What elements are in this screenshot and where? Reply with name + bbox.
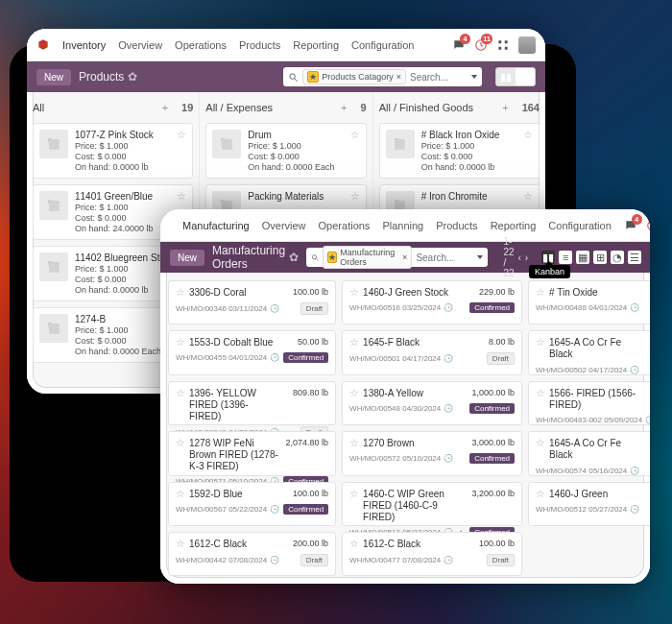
menu-planning[interactable]: Planning xyxy=(382,220,423,231)
next-page-button[interactable]: › xyxy=(525,252,528,263)
mo-card[interactable]: ☆1460-J Green Stock 229.00 lb WH/MO/0051… xyxy=(342,280,522,324)
chat-icon[interactable]: 4 xyxy=(452,38,466,52)
gear-icon[interactable]: ✿ xyxy=(128,70,137,84)
clock-icon: 🕒 xyxy=(270,304,279,313)
list-view-button[interactable]: ≡ xyxy=(559,251,572,264)
star-icon[interactable]: ☆ xyxy=(349,388,359,398)
mo-card[interactable]: ☆# Tin Oxide 100.00 lb WH/MO/00488 04/01… xyxy=(528,280,650,324)
menu-configuration[interactable]: Configuration xyxy=(351,39,414,51)
product-card[interactable]: 1077-Z Pink Stock Price: $ 1.000 Cost: $… xyxy=(33,123,193,179)
list-view-button[interactable]: ≡ xyxy=(516,68,535,85)
chip-x-icon[interactable]: × xyxy=(402,252,407,262)
svg-point-7 xyxy=(312,254,316,258)
star-icon[interactable]: ☆ xyxy=(177,129,186,141)
star-icon[interactable]: ☆ xyxy=(349,337,359,348)
add-card-button[interactable]: + xyxy=(502,102,508,113)
gear-icon[interactable]: ✿ xyxy=(289,251,299,264)
star-icon[interactable]: ☆ xyxy=(536,388,545,398)
user-avatar[interactable] xyxy=(518,36,536,54)
star-icon[interactable]: ☆ xyxy=(176,489,185,499)
mo-card[interactable]: ☆1612-C Black 200.00 lb WH/MO/00442 07/0… xyxy=(168,532,336,576)
kanban-view-button[interactable]: ▮▮ xyxy=(496,68,516,85)
star-icon[interactable]: ☆ xyxy=(350,190,360,203)
status-badge: Confirmed xyxy=(469,302,515,313)
star-icon[interactable]: ☆ xyxy=(536,489,545,499)
star-icon[interactable]: ☆ xyxy=(176,539,185,549)
product-card[interactable]: # Black Iron Oxide Price: $ 1.000 Cost: … xyxy=(379,123,540,179)
star-icon[interactable]: ☆ xyxy=(349,489,359,499)
star-icon[interactable]: ☆ xyxy=(176,287,185,298)
star-icon[interactable]: ☆ xyxy=(536,287,545,298)
activity-icon[interactable]: 11 xyxy=(474,38,488,52)
product-cost: Cost: $ 0.000 xyxy=(75,213,154,223)
add-card-button[interactable]: + xyxy=(341,102,347,113)
chip-x-icon[interactable]: × xyxy=(396,72,401,82)
chat-icon[interactable]: 4 xyxy=(624,219,637,232)
mo-card[interactable]: ☆1460-J Green 4,000.00 lb WH/MO/00512 05… xyxy=(528,482,650,527)
column-title[interactable]: All / Expenses xyxy=(205,102,273,113)
search-input[interactable] xyxy=(410,72,468,83)
calendar-view-button[interactable]: ▦ xyxy=(576,251,589,264)
mo-card[interactable]: ☆1396- YELLOW FIRED (1396- FIRED) 809.80… xyxy=(168,381,336,426)
mo-card[interactable]: ☆1553-D Cobalt Blue 50.00 lb WH/MO/00455… xyxy=(168,330,336,375)
menu-configuration[interactable]: Configuration xyxy=(548,220,611,231)
menu-operations[interactable]: Operations xyxy=(175,39,227,51)
product-card[interactable]: Drum Price: $ 1.000 Cost: $ 0.000 On han… xyxy=(205,123,366,179)
star-icon[interactable]: ☆ xyxy=(536,337,545,348)
mo-card[interactable]: ☆1612-C Black 100.00 lb WH/MO/00477 07/0… xyxy=(342,532,522,576)
star-icon[interactable]: ☆ xyxy=(349,438,359,448)
mo-card[interactable]: ☆1460-C WIP Green FIRED (1460-C-9 FIRED)… xyxy=(342,482,522,527)
mo-reference: WH/MO/00483-002 05/09/2024 xyxy=(536,416,642,424)
star-icon[interactable]: ☆ xyxy=(177,190,186,203)
mo-name: 1460-C WIP Green FIRED (1460-C-9 FIRED) xyxy=(363,489,454,523)
star-icon[interactable]: ☆ xyxy=(350,129,360,141)
mo-card[interactable]: ☆1278 WIP FeNi Brown FIRED (1278- K-3 FI… xyxy=(168,431,336,476)
filter-chip[interactable]: ★ Products Catagory × xyxy=(302,69,406,84)
new-button[interactable]: New xyxy=(36,69,71,85)
pivot-view-button[interactable]: ⊞ xyxy=(593,251,607,264)
menu-operations[interactable]: Operations xyxy=(319,220,371,231)
add-card-button[interactable]: + xyxy=(162,102,168,113)
star-icon[interactable]: ☆ xyxy=(523,129,533,141)
mo-card[interactable]: ☆3306-D Coral 100.00 lb WH/MO/00346 03/1… xyxy=(168,280,336,324)
mo-card[interactable]: ☆1645-A Co Cr Fe Black 15.00 lb WH/MO/00… xyxy=(528,330,650,375)
menu-products[interactable]: Products xyxy=(239,39,280,51)
star-icon[interactable]: ☆ xyxy=(176,337,185,348)
apps-icon[interactable] xyxy=(496,38,510,52)
prev-page-button[interactable]: ‹ xyxy=(518,252,521,263)
activity-view-button[interactable]: ☰ xyxy=(628,251,641,264)
mo-reference: WH/MO/00574 05/16/2024 xyxy=(536,467,627,475)
mo-card[interactable]: ☆1645-A Co Cr Fe Black 1,000.00 lb WH/MO… xyxy=(528,431,650,476)
chevron-down-icon[interactable] xyxy=(477,255,483,259)
star-icon[interactable]: ☆ xyxy=(176,388,185,398)
column-title[interactable]: All xyxy=(33,102,44,113)
graph-view-button[interactable]: ◔ xyxy=(611,251,624,264)
menu-overview[interactable]: Overview xyxy=(118,39,162,51)
mfg-menu: Overview Operations Planning Products Re… xyxy=(262,220,612,231)
inventory-app-name: Inventory xyxy=(62,39,106,51)
filter-chip[interactable]: ★ Manufacturing Orders × xyxy=(323,246,412,269)
mo-card[interactable]: ☆1592-D Blue 100.00 lb WH/MO/00567 05/22… xyxy=(168,482,336,527)
menu-products[interactable]: Products xyxy=(436,220,477,231)
chevron-down-icon[interactable] xyxy=(471,75,477,79)
search-box[interactable]: ★ Manufacturing Orders × xyxy=(306,248,488,267)
mo-card[interactable]: ☆1566- FIRED (1566- FIRED) 143.00 lb WH/… xyxy=(528,381,650,426)
star-icon[interactable]: ☆ xyxy=(176,438,185,448)
mo-card[interactable]: ☆1645-F Black 8.00 lb WH/MO/00501 04/17/… xyxy=(342,330,522,375)
star-icon[interactable]: ☆ xyxy=(536,438,545,448)
clock-icon: 🕒 xyxy=(630,467,639,475)
menu-reporting[interactable]: Reporting xyxy=(293,39,339,51)
column-title[interactable]: All / Finished Goods xyxy=(379,102,473,113)
menu-reporting[interactable]: Reporting xyxy=(491,220,537,231)
search-box[interactable]: ★ Products Catagory × xyxy=(283,67,482,86)
new-button[interactable]: New xyxy=(170,250,204,266)
star-icon[interactable]: ☆ xyxy=(349,287,359,298)
star-icon[interactable]: ☆ xyxy=(349,539,359,549)
mo-card[interactable]: ☆1270 Brown 3,000.00 lb WH/MO/00572 05/1… xyxy=(342,431,522,476)
star-icon[interactable]: ☆ xyxy=(523,190,533,203)
mo-card[interactable]: ☆1380-A Yellow 1,000.00 lb WH/MO/00548 0… xyxy=(342,381,522,426)
menu-overview[interactable]: Overview xyxy=(262,220,306,231)
mo-quantity: 1,000.00 lb xyxy=(472,388,516,397)
column-count: 19 xyxy=(181,102,193,113)
search-input[interactable] xyxy=(416,252,473,263)
